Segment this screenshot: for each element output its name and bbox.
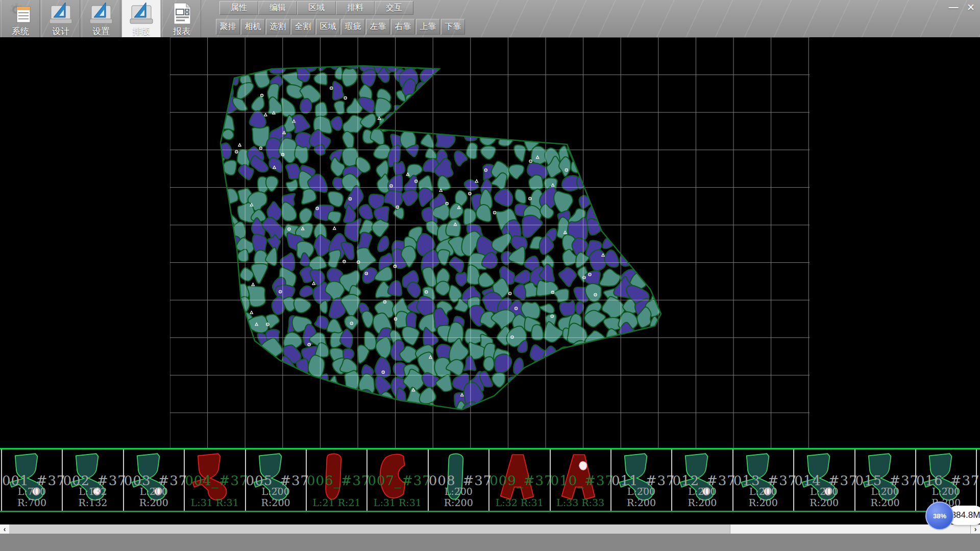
action-camera[interactable]: 相机 — [241, 19, 265, 35]
nav-layout-button[interactable]: 排版 — [122, 0, 161, 37]
scroll-left-button[interactable]: ‹ — [0, 524, 9, 534]
status-footer — [0, 534, 980, 551]
action-align-left[interactable]: 左靠 — [366, 19, 390, 35]
piece-thumbnail[interactable]: 011_#37L:200 R:200 — [610, 449, 671, 511]
scroll-right-button[interactable]: › — [971, 524, 980, 534]
top-toolbar: 系统设计设置排版报表 属性编辑区域排料交互 聚排相机选割全割区域瑕疵左靠右靠上靠… — [0, 0, 980, 37]
strip-bottom-separator — [0, 511, 980, 512]
piece-counts-label: L:200 R:200 — [794, 486, 854, 508]
menu-tab-region[interactable]: 区域 — [297, 1, 336, 15]
piece-counts-label: L:200 R:200 — [429, 486, 488, 508]
action-align-top[interactable]: 上靠 — [416, 19, 440, 35]
piece-thumbnail[interactable]: 004_#37L:31 R:31 — [184, 449, 244, 511]
menu-tab-properties[interactable]: 属性 — [219, 1, 258, 15]
memory-usage-value: 384.8M — [951, 510, 980, 520]
nav-button-label: 排版 — [133, 27, 150, 36]
nesting-application-window: 系统设计设置排版报表 属性编辑区域排料交互 聚排相机选割全割区域瑕疵左靠右靠上靠… — [0, 0, 980, 551]
piece-counts-label: L:200 R:200 — [611, 486, 671, 508]
piece-thumbnail[interactable]: 007_#37L:31 R:31 — [366, 449, 427, 511]
piece-counts-label: L:200 R:200 — [733, 486, 793, 508]
design-ruler-icon — [48, 1, 73, 26]
piece-thumbnail[interactable]: 002_#37L:132 R:132 — [62, 449, 122, 511]
report-doc-icon — [169, 1, 194, 26]
nav-report-button[interactable]: 报表 — [162, 0, 201, 37]
piece-id-label: 009_#37 — [489, 473, 549, 488]
piece-id-label: 006_#37 — [307, 473, 366, 488]
action-defect[interactable]: 瑕疵 — [341, 19, 365, 35]
piece-counts-label: L:31 R:31 — [368, 497, 427, 508]
menu-tab-edit[interactable]: 编辑 — [258, 1, 297, 15]
menu-tab-interaction[interactable]: 交互 — [375, 1, 413, 15]
piece-thumbnail[interactable] — [976, 449, 980, 511]
action-cut-selected[interactable]: 选割 — [266, 19, 290, 35]
piece-id-label: 007_#37 — [368, 473, 427, 488]
piece-thumbnail[interactable]: 001_#37L:700 R:700 — [1, 449, 62, 511]
piece-counts-label: L:31 R:31 — [185, 497, 244, 508]
action-cluster-nest[interactable]: 聚排 — [216, 19, 240, 35]
nav-button-label: 设置 — [92, 27, 110, 36]
pieces-thumbnail-strip: 001_#37L:700 R:700002_#37L:132 R:132003_… — [0, 449, 980, 511]
piece-counts-label: L:132 R:132 — [63, 486, 122, 508]
minimize-button[interactable]: — — [946, 2, 961, 13]
horizontal-scrollbar[interactable]: ‹ › — [0, 524, 980, 534]
layout-ruler-icon — [129, 1, 154, 26]
piece-thumbnail[interactable]: 015_#37L:200 R:200 — [854, 449, 915, 511]
nav-button-label: 系统 — [12, 27, 29, 36]
piece-thumbnail[interactable]: 005_#37L:200 R:200 — [245, 449, 306, 511]
piece-counts-label: L:200 R:200 — [672, 486, 732, 508]
piece-counts-label: L:200 R:200 — [124, 486, 184, 508]
system-gear-icon — [8, 1, 33, 26]
nav-settings-button[interactable]: 设置 — [82, 0, 120, 37]
piece-thumbnail[interactable]: 006_#37L:21 R:21 — [306, 449, 366, 511]
menu-tab-nesting[interactable]: 排料 — [336, 1, 375, 15]
piece-thumbnail[interactable]: 013_#37L:200 R:200 — [732, 449, 793, 511]
nav-design-button[interactable]: 设计 — [41, 0, 80, 37]
piece-counts-label: L:21 R:21 — [307, 497, 366, 508]
nav-button-label: 报表 — [173, 27, 190, 36]
nav-button-label: 设计 — [52, 27, 69, 36]
piece-thumbnail[interactable]: 014_#37L:200 R:200 — [793, 449, 854, 511]
action-align-bottom[interactable]: 下靠 — [441, 19, 465, 35]
close-button[interactable]: ✕ — [964, 2, 978, 13]
piece-thumbnail[interactable]: 012_#37L:200 R:200 — [671, 449, 732, 511]
settings-ruler-icon — [89, 1, 113, 26]
action-button-bar: 聚排相机选割全割区域瑕疵左靠右靠上靠下靠 — [216, 19, 466, 35]
piece-thumbnail[interactable]: 010_#37L:33 R:33 — [550, 449, 610, 511]
window-controls: — ✕ — [946, 2, 978, 13]
leather-hide-nesting-view[interactable] — [170, 37, 810, 448]
action-align-right[interactable]: 右靠 — [391, 19, 415, 35]
progress-value: 38% — [933, 512, 946, 520]
menu-tab-bar: 属性编辑区域排料交互 — [219, 1, 413, 15]
piece-counts-label: L:200 R:200 — [246, 486, 306, 508]
nav-system-button[interactable]: 系统 — [1, 0, 40, 37]
piece-thumbnail[interactable]: 016_#37L:200 R:200 — [915, 449, 976, 511]
piece-counts-label: L:32 R:31 — [489, 497, 549, 508]
piece-id-label: 004_#37 — [185, 473, 244, 488]
nesting-canvas-area[interactable] — [0, 37, 980, 448]
piece-thumbnail[interactable]: 003_#37L:200 R:200 — [123, 449, 184, 511]
piece-thumbnail[interactable]: 009_#37L:32 R:31 — [488, 449, 549, 511]
piece-counts-label: L:200 R:200 — [855, 486, 915, 508]
piece-thumbnail[interactable]: 008_#37L:200 R:200 — [428, 449, 488, 511]
progress-badge[interactable]: 38% — [925, 502, 954, 530]
piece-id-label: 010_#37 — [551, 473, 610, 488]
piece-counts-label: L:33 R:33 — [551, 497, 610, 508]
action-cut-all[interactable]: 全割 — [291, 19, 315, 35]
piece-counts-label: L:700 R:700 — [2, 486, 62, 508]
action-region[interactable]: 区域 — [316, 19, 340, 35]
